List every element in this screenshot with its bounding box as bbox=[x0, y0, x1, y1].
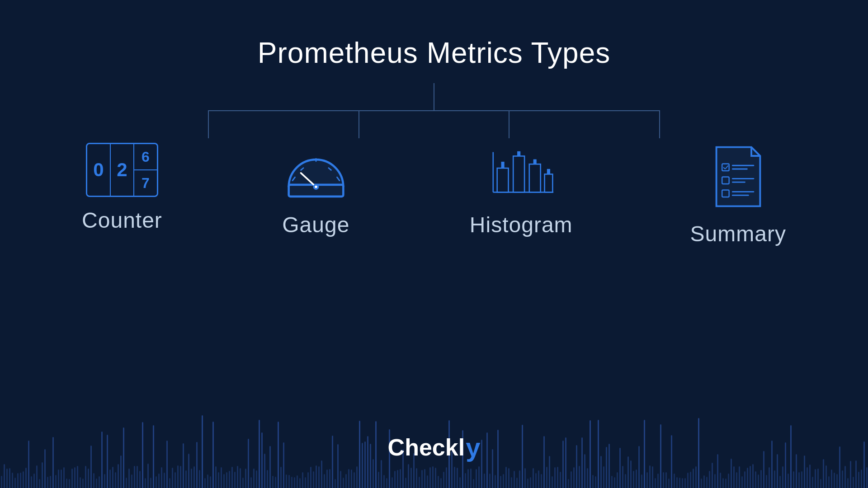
counter-icon: 0 2 6 7 bbox=[86, 143, 158, 197]
metrics-row: 0 2 6 7 Counter Gauge bbox=[82, 143, 786, 246]
metric-counter: 0 2 6 7 Counter bbox=[82, 143, 162, 233]
counter-cell-2: 2 bbox=[111, 144, 134, 196]
svg-rect-13 bbox=[513, 156, 524, 192]
summary-icon bbox=[709, 143, 768, 211]
counter-cell-6: 6 bbox=[134, 144, 157, 170]
tree-vertical-line bbox=[434, 83, 434, 110]
histogram-label: Histogram bbox=[470, 212, 573, 237]
counter-label: Counter bbox=[82, 208, 162, 233]
tree-diagram bbox=[208, 83, 660, 138]
svg-rect-17 bbox=[544, 174, 552, 192]
svg-rect-14 bbox=[517, 151, 520, 156]
svg-rect-16 bbox=[533, 160, 536, 164]
checkly-name: Checkl bbox=[388, 434, 465, 461]
svg-rect-15 bbox=[529, 164, 540, 192]
gauge-label: Gauge bbox=[282, 212, 349, 237]
svg-rect-12 bbox=[501, 162, 504, 168]
branch-line-counter bbox=[208, 111, 209, 138]
counter-cell-0: 0 bbox=[87, 144, 111, 196]
svg-point-8 bbox=[315, 186, 317, 188]
branch-line-summary bbox=[659, 111, 660, 138]
summary-label: Summary bbox=[690, 221, 786, 246]
branch-line-gauge bbox=[359, 111, 359, 138]
branch-line-histogram bbox=[509, 111, 509, 138]
metric-histogram: Histogram bbox=[470, 143, 573, 237]
tree-branches bbox=[208, 111, 660, 138]
svg-rect-11 bbox=[497, 168, 508, 192]
histogram-icon bbox=[485, 143, 557, 202]
counter-cell-7: 7 bbox=[134, 170, 157, 196]
svg-rect-18 bbox=[547, 169, 550, 174]
metric-gauge: Gauge bbox=[280, 143, 352, 237]
page-title: Prometheus Metrics Types bbox=[258, 36, 610, 70]
gauge-icon bbox=[280, 143, 352, 202]
counter-col-right: 6 7 bbox=[134, 144, 157, 196]
metric-summary: Summary bbox=[690, 143, 786, 246]
checkly-logo: Checkly bbox=[388, 434, 481, 461]
checkly-check-icon: y bbox=[466, 434, 480, 460]
